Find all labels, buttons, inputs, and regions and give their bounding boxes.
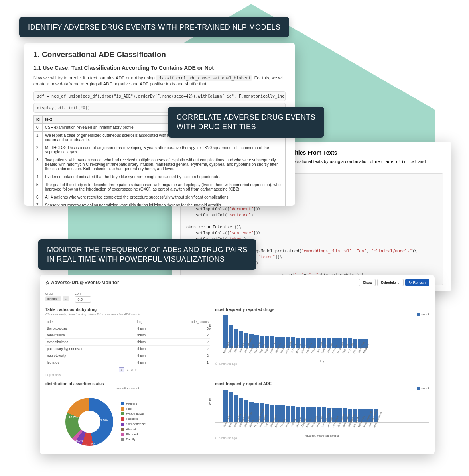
- bar-chart-ade: count count NeurotoxicityRashHepatotoxic…: [215, 387, 429, 435]
- table-pager[interactable]: 123>: [45, 368, 210, 372]
- table-row: exophthalmoslithium2: [45, 339, 210, 346]
- card-title-donut: distribution of assertion status: [45, 382, 210, 386]
- card-subtitle-table: Choose drug(s) from the drop-down list t…: [45, 313, 210, 316]
- filter-drug-dropdown[interactable]: ⌄: [63, 296, 69, 301]
- filter-drug-chip[interactable]: lithium ×: [45, 296, 61, 301]
- section-subheading-1-1: 1.1 Use Case: Text Classification Accord…: [34, 65, 286, 71]
- callout-label-3: MONITOR THE FREQUENCY OF ADEs AND DRUG P…: [38, 239, 256, 270]
- code-cell-1: sdf = neg_df.union(pos_df).drop("is_ADE"…: [34, 91, 286, 101]
- table-row: 2METHODS: This is a case of angiosarcoma…: [34, 144, 286, 156]
- share-button[interactable]: Share: [359, 279, 376, 286]
- table-row: 4Evidence obtained indicated that the Re…: [34, 173, 286, 181]
- table-row: thyrotoxicosislithium3: [45, 325, 210, 332]
- card-title-table: Table - ade-counts-by-drug: [45, 307, 210, 312]
- section-heading-1: 1. Conversational ADE Classification: [34, 50, 286, 59]
- table-row: renal failurelithium2: [45, 332, 210, 339]
- model-name-code: classifierdl_ade_conversational_biobert: [156, 75, 252, 81]
- bar-chart-drugs: count count MethotrexateLithiumCisplatin…: [215, 313, 429, 360]
- callout-label-1: IDENTIFY ADVERSE DRUG EVENTS WITH PRE-TR…: [19, 17, 289, 37]
- callout-label-2: CORRELATE ADVERSE DRUG EVENTS WITH DRUG …: [168, 107, 324, 138]
- donut-chart: 47.5% 18.7% 18.3% 7.93%: [65, 398, 113, 446]
- table-row: 5The goal of this study is to describe t…: [34, 181, 286, 193]
- card-bar-ade: most frequently reported ADE count count…: [215, 382, 429, 454]
- table-row: 3Two patients with ovarian cancer who ha…: [34, 156, 286, 173]
- filter-conf-label: conf: [75, 291, 91, 295]
- table-row: 7Sensory neuropathy revealing necrotizin…: [34, 201, 286, 206]
- table-row: pulmonary hypertensionlithium2: [45, 346, 210, 352]
- card-title-bar2: most frequently reported ADE: [215, 382, 429, 386]
- dashboard-title: ☆ Adverse-Drug-Events-Monitor: [45, 280, 119, 285]
- table-row: lethargylithium1: [45, 359, 210, 366]
- ade-counts-table: ade drug ade_counts thyrotoxicosislithiu…: [45, 319, 210, 366]
- schedule-button[interactable]: Schedule ⌄: [377, 279, 404, 286]
- donut-legend: PresentPastHypotheticalPossibleSomeoneel…: [121, 401, 146, 442]
- table-row: neurotoxicitylithium2: [45, 352, 210, 359]
- intro-paragraph: Now we will try to predict if a text con…: [34, 75, 286, 87]
- refresh-button[interactable]: ↻ Refresh: [405, 279, 429, 286]
- table-footnote: ⊙ just now: [45, 373, 210, 377]
- card-title-bar1: most frequently reported drugs: [215, 307, 429, 312]
- table-row: 6All 4 patients who were recruited compl…: [34, 193, 286, 201]
- filter-drug-label: drug: [45, 291, 69, 295]
- filter-conf-input[interactable]: 0.5: [75, 296, 91, 303]
- col-id: id: [34, 115, 43, 123]
- card-bar-drugs: most frequently reported drugs count cou…: [215, 307, 429, 377]
- dashboard-panel: ☆ Adverse-Drug-Events-Monitor Share Sche…: [40, 275, 435, 454]
- donut-footnote: ⊙ a minute ago: [45, 453, 210, 454]
- card-donut: distribution of assertion status asserti…: [45, 382, 210, 454]
- card-ade-table: Table - ade-counts-by-drug Choose drug(s…: [45, 307, 210, 377]
